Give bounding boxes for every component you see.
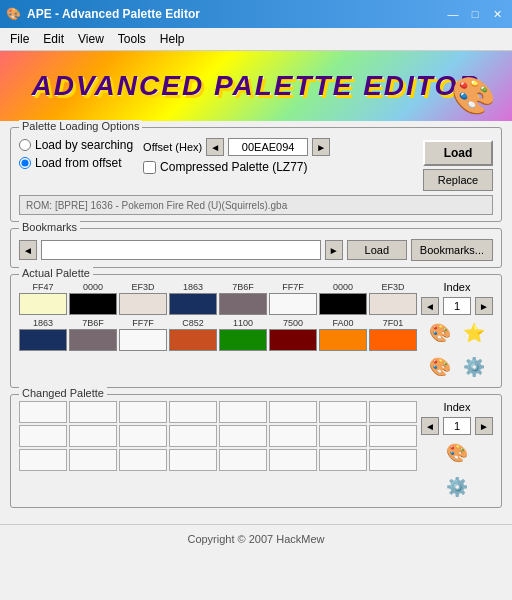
load-button[interactable]: Load: [423, 140, 493, 166]
color-swatch[interactable]: [269, 425, 317, 447]
menu-view[interactable]: View: [72, 30, 110, 48]
palette-cell[interactable]: [119, 401, 167, 423]
palette-cell[interactable]: [19, 425, 67, 447]
palette-cell[interactable]: [169, 401, 217, 423]
color-swatch[interactable]: [19, 425, 67, 447]
menu-edit[interactable]: Edit: [37, 30, 70, 48]
palette-cell[interactable]: 7F01: [369, 317, 417, 351]
palette-cell[interactable]: FA00: [319, 317, 367, 351]
gear-icon-btn[interactable]: ⚙️: [460, 353, 488, 381]
palette-cell[interactable]: [319, 425, 367, 447]
changed-index-next[interactable]: ►: [475, 417, 493, 435]
color-swatch[interactable]: [269, 449, 317, 471]
actual-index-input[interactable]: [443, 297, 471, 315]
color-swatch[interactable]: [369, 449, 417, 471]
palette-cell[interactable]: FF47: [19, 281, 67, 315]
bookmark-load-button[interactable]: Load: [347, 240, 407, 260]
color-swatch[interactable]: [69, 401, 117, 423]
compressed-checkbox[interactable]: [143, 161, 156, 174]
color-swatch[interactable]: [69, 425, 117, 447]
color-swatch[interactable]: [169, 425, 217, 447]
color-swatch[interactable]: [219, 293, 267, 315]
color-swatch[interactable]: [119, 449, 167, 471]
color-swatch[interactable]: [119, 329, 167, 351]
palette-cell[interactable]: 1863: [19, 317, 67, 351]
palette-cell[interactable]: 0000: [319, 281, 367, 315]
actual-index-next[interactable]: ►: [475, 297, 493, 315]
color-swatch[interactable]: [369, 401, 417, 423]
changed-gear-btn[interactable]: ⚙️: [443, 473, 471, 501]
color-swatch[interactable]: [369, 293, 417, 315]
color-swatch[interactable]: [369, 329, 417, 351]
palette-cell[interactable]: [269, 449, 317, 471]
color-swatch[interactable]: [169, 329, 217, 351]
palette-cell[interactable]: 1863: [169, 281, 217, 315]
palette-cell[interactable]: FF7F: [269, 281, 317, 315]
palette-cell[interactable]: [369, 425, 417, 447]
menu-file[interactable]: File: [4, 30, 35, 48]
palette-cell[interactable]: 1100: [219, 317, 267, 351]
color-swatch[interactable]: [19, 293, 67, 315]
changed-palette-btn[interactable]: 🎨: [443, 439, 471, 467]
palette-cell[interactable]: 0000: [69, 281, 117, 315]
close-button[interactable]: ✕: [488, 6, 506, 22]
palette-cell[interactable]: [19, 449, 67, 471]
replace-button[interactable]: Replace: [423, 169, 493, 191]
palette-icon-btn-1[interactable]: 🎨: [426, 319, 454, 347]
palette-cell[interactable]: [369, 401, 417, 423]
color-swatch[interactable]: [219, 329, 267, 351]
color-swatch[interactable]: [169, 401, 217, 423]
offset-input[interactable]: [228, 138, 308, 156]
palette-cell[interactable]: [369, 449, 417, 471]
palette-cell[interactable]: [269, 425, 317, 447]
palette-cell[interactable]: [119, 425, 167, 447]
color-swatch[interactable]: [219, 425, 267, 447]
color-swatch[interactable]: [119, 425, 167, 447]
palette-cell[interactable]: EF3D: [369, 281, 417, 315]
color-swatch[interactable]: [219, 449, 267, 471]
radio-load-offset[interactable]: [19, 157, 31, 169]
color-swatch[interactable]: [269, 293, 317, 315]
menu-help[interactable]: Help: [154, 30, 191, 48]
palette-icon-btn-2[interactable]: 🎨: [426, 353, 454, 381]
color-swatch[interactable]: [69, 449, 117, 471]
bookmarks-manage-button[interactable]: Bookmarks...: [411, 239, 493, 261]
palette-cell[interactable]: [319, 449, 367, 471]
color-swatch[interactable]: [119, 293, 167, 315]
color-swatch[interactable]: [169, 293, 217, 315]
color-swatch[interactable]: [319, 425, 367, 447]
color-swatch[interactable]: [69, 329, 117, 351]
offset-next-button[interactable]: ►: [312, 138, 330, 156]
palette-cell[interactable]: 7B6F: [69, 317, 117, 351]
color-swatch[interactable]: [319, 293, 367, 315]
palette-cell[interactable]: FF7F: [119, 317, 167, 351]
color-swatch[interactable]: [369, 425, 417, 447]
bookmark-next-button[interactable]: ►: [325, 240, 343, 260]
actual-index-prev[interactable]: ◄: [421, 297, 439, 315]
palette-cell[interactable]: [219, 425, 267, 447]
palette-cell[interactable]: 7B6F: [219, 281, 267, 315]
color-swatch[interactable]: [119, 401, 167, 423]
palette-cell[interactable]: [169, 425, 217, 447]
radio-load-searching[interactable]: [19, 139, 31, 151]
color-swatch[interactable]: [269, 401, 317, 423]
color-swatch[interactable]: [319, 401, 367, 423]
color-swatch[interactable]: [19, 329, 67, 351]
palette-cell[interactable]: [269, 401, 317, 423]
palette-cell[interactable]: [69, 401, 117, 423]
bookmark-input[interactable]: [41, 240, 321, 260]
color-swatch[interactable]: [319, 449, 367, 471]
changed-index-prev[interactable]: ◄: [421, 417, 439, 435]
bookmark-prev-button[interactable]: ◄: [19, 240, 37, 260]
palette-cell[interactable]: C852: [169, 317, 217, 351]
palette-cell[interactable]: [69, 449, 117, 471]
palette-cell[interactable]: 7500: [269, 317, 317, 351]
changed-index-input[interactable]: [443, 417, 471, 435]
color-swatch[interactable]: [19, 449, 67, 471]
offset-prev-button[interactable]: ◄: [206, 138, 224, 156]
color-swatch[interactable]: [19, 401, 67, 423]
palette-cell[interactable]: [219, 449, 267, 471]
menu-tools[interactable]: Tools: [112, 30, 152, 48]
star-icon-btn[interactable]: ⭐: [460, 319, 488, 347]
palette-cell[interactable]: [169, 449, 217, 471]
